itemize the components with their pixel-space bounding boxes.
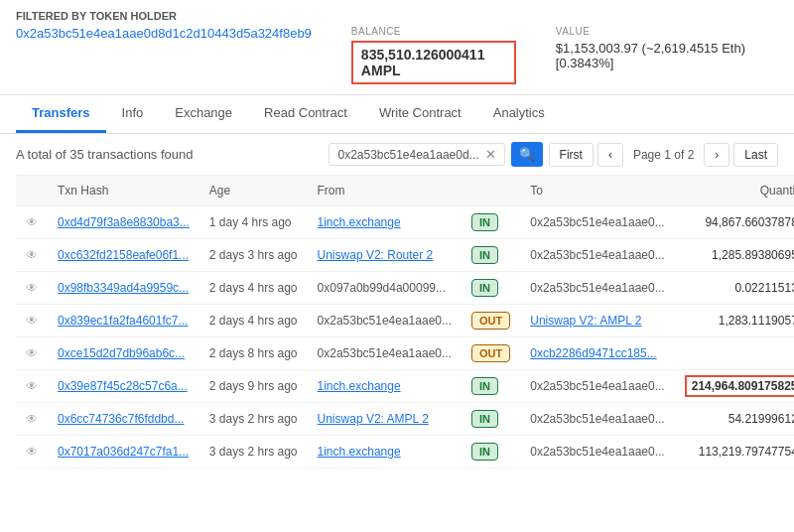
tab-transfers[interactable]: Transfers	[16, 95, 106, 133]
row-tx-hash[interactable]: 0x6cc74736c7f6fddbd...	[48, 403, 199, 436]
value-block: VALUE $1,153,003.97 (~2,619.4515 Eth) [0…	[556, 26, 778, 70]
table-row: 👁0x7017a036d247c7fa1...3 days 2 hrs ago1…	[16, 436, 794, 468]
search-button[interactable]: 🔍	[511, 142, 543, 167]
table-row: 👁0x39e87f45c28c57c6a...2 days 9 hrs ago1…	[16, 370, 794, 403]
row-to: 0x2a53bc51e4ea1aae0...	[520, 436, 674, 468]
row-from[interactable]: 1inch.exchange	[308, 436, 462, 468]
row-quantity: 113,219.797477542	[675, 436, 794, 468]
row-eye-icon[interactable]: 👁	[16, 239, 48, 272]
row-tx-hash[interactable]: 0x839ec1fa2fa4601fc7...	[48, 305, 199, 337]
table-row: 👁0xd4d79f3a8e8830ba3...1 day 4 hrs ago1i…	[16, 206, 794, 239]
row-quantity: 214,964.809175825	[675, 370, 794, 403]
row-eye-icon[interactable]: 👁	[16, 436, 48, 468]
prev-page-button[interactable]: ‹	[597, 143, 623, 167]
row-age: 2 days 4 hrs ago	[199, 305, 308, 337]
tab-write-contract[interactable]: Write Contract	[363, 95, 477, 133]
address-link[interactable]: 0x2a53bc51e4ea1aae0d8d1c2d10443d5a324f8e…	[16, 26, 312, 41]
row-quantity: 94,867.660378785	[675, 206, 794, 239]
first-page-button[interactable]: First	[549, 143, 594, 167]
transactions-table: Txn Hash Age From To Quantity 👁0xd4d79f3…	[16, 175, 794, 468]
row-from: 0x2a53bc51e4ea1aae0...	[308, 337, 462, 370]
row-eye-icon[interactable]: 👁	[16, 337, 48, 370]
filtered-label: FILTERED BY TOKEN HOLDER	[16, 10, 778, 22]
filter-clear-button[interactable]: ✕	[485, 147, 496, 162]
row-direction-badge: IN	[462, 272, 520, 305]
row-eye-icon[interactable]: 👁	[16, 305, 48, 337]
value-label: VALUE	[556, 26, 778, 37]
row-eye-icon[interactable]: 👁	[16, 206, 48, 239]
tab-read-contract[interactable]: Read Contract	[248, 95, 363, 133]
row-quantity: 1	[675, 337, 794, 370]
row-from[interactable]: 1inch.exchange	[308, 370, 462, 403]
tx-count: A total of 35 transactions found	[16, 147, 194, 162]
balance-value: 835,510.126000411 AMPL	[351, 41, 516, 84]
row-to[interactable]: Uniswap V2: AMPL 2	[520, 305, 674, 337]
table-row: 👁0xc632fd2158eafe06f1...2 days 3 hrs ago…	[16, 239, 794, 272]
row-quantity: 1,285.893806959	[675, 239, 794, 272]
row-direction-badge: OUT	[462, 337, 520, 370]
balance-block: BALANCE 835,510.126000411 AMPL	[351, 26, 516, 84]
table-row: 👁0x839ec1fa2fa4601fc7...2 days 4 hrs ago…	[16, 305, 794, 337]
row-quantity: 1,283.11190571	[675, 305, 794, 337]
row-to[interactable]: 0xcb2286d9471cc185...	[520, 337, 674, 370]
last-page-button[interactable]: Last	[733, 143, 778, 167]
tab-info[interactable]: Info	[106, 95, 160, 133]
row-age: 2 days 4 hrs ago	[199, 272, 308, 305]
row-direction-badge: IN	[462, 239, 520, 272]
row-eye-icon[interactable]: 👁	[16, 272, 48, 305]
row-eye-icon[interactable]: 👁	[16, 403, 48, 436]
row-eye-icon[interactable]: 👁	[16, 370, 48, 403]
row-tx-hash[interactable]: 0xce15d2d7db96ab6c...	[48, 337, 199, 370]
row-age: 2 days 3 hrs ago	[199, 239, 308, 272]
row-tx-hash[interactable]: 0x7017a036d247c7fa1...	[48, 436, 199, 468]
row-quantity: 54.219996127	[675, 403, 794, 436]
row-tx-hash[interactable]: 0xc632fd2158eafe06f1...	[48, 239, 199, 272]
filter-input-wrapper: 0x2a53bc51e4ea1aae0d... ✕	[329, 143, 504, 166]
row-to: 0x2a53bc51e4ea1aae0...	[520, 206, 674, 239]
row-from[interactable]: Uniswap V2: AMPL 2	[308, 403, 462, 436]
row-direction-badge: IN	[462, 436, 520, 468]
pagination: First ‹ Page 1 of 2 › Last	[549, 143, 778, 167]
row-to: 0x2a53bc51e4ea1aae0...	[520, 239, 674, 272]
balance-label: BALANCE	[351, 26, 516, 37]
row-to: 0x2a53bc51e4ea1aae0...	[520, 272, 674, 305]
row-from: 0x097a0b99d4a00099...	[308, 272, 462, 305]
tabs-bar: Transfers Info Exchange Read Contract Wr…	[0, 95, 794, 134]
top-bar: FILTERED BY TOKEN HOLDER 0x2a53bc51e4ea1…	[0, 0, 794, 95]
row-age: 3 days 2 hrs ago	[199, 403, 308, 436]
col-header-from: From	[308, 176, 462, 206]
row-tx-hash[interactable]: 0x39e87f45c28c57c6a...	[48, 370, 199, 403]
row-age: 2 days 9 hrs ago	[199, 370, 308, 403]
table-row: 👁0x98fb3349ad4a9959c...2 days 4 hrs ago0…	[16, 272, 794, 305]
table-row: 👁0xce15d2d7db96ab6c...2 days 8 hrs ago0x…	[16, 337, 794, 370]
filter-value: 0x2a53bc51e4ea1aae0d...	[337, 148, 478, 162]
row-age: 2 days 8 hrs ago	[199, 337, 308, 370]
row-direction-badge: IN	[462, 370, 520, 403]
row-to: 0x2a53bc51e4ea1aae0...	[520, 370, 674, 403]
table-row: 👁0x6cc74736c7f6fddbd...3 days 2 hrs agoU…	[16, 403, 794, 436]
col-header-icon	[16, 176, 48, 206]
tab-analytics[interactable]: Analytics	[477, 95, 561, 133]
row-age: 1 day 4 hrs ago	[199, 206, 308, 239]
row-age: 3 days 2 hrs ago	[199, 436, 308, 468]
row-from[interactable]: 1inch.exchange	[308, 206, 462, 239]
col-header-dir	[462, 176, 520, 206]
value-text: $1,153,003.97 (~2,619.4515 Eth) [0.3843%…	[556, 41, 778, 70]
col-header-hash: Txn Hash	[48, 176, 199, 206]
row-tx-hash[interactable]: 0xd4d79f3a8e8830ba3...	[48, 206, 199, 239]
row-from[interactable]: Uniswap V2: Router 2	[308, 239, 462, 272]
tab-exchange[interactable]: Exchange	[159, 95, 248, 133]
col-header-age: Age	[199, 176, 308, 206]
row-tx-hash[interactable]: 0x98fb3349ad4a9959c...	[48, 272, 199, 305]
row-quantity: 0.022115135	[675, 272, 794, 305]
row-from: 0x2a53bc51e4ea1aae0...	[308, 305, 462, 337]
col-header-qty: Quantity	[675, 176, 794, 206]
row-direction-badge: IN	[462, 403, 520, 436]
row-direction-badge: IN	[462, 206, 520, 239]
col-header-to: To	[520, 176, 674, 206]
row-to: 0x2a53bc51e4ea1aae0...	[520, 403, 674, 436]
next-page-button[interactable]: ›	[704, 143, 729, 167]
page-info: Page 1 of 2	[627, 148, 700, 162]
row-direction-badge: OUT	[462, 305, 520, 337]
